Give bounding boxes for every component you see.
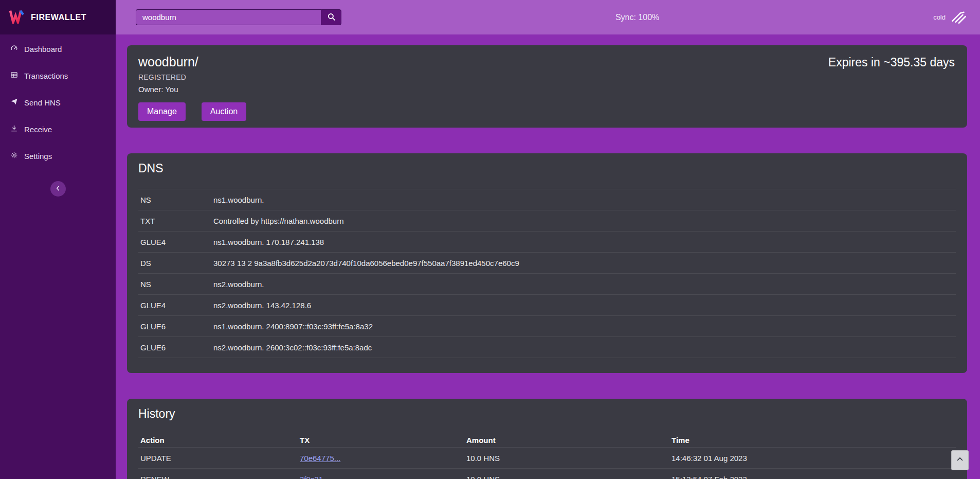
- sidebar-item-dashboard[interactable]: Dashboard: [0, 36, 116, 62]
- sidebar-item-receive[interactable]: Receive: [0, 116, 116, 143]
- dns-record-value: Controlled by https://nathan.woodburn: [211, 217, 956, 225]
- dns-record-value: ns1.woodburn. 170.187.241.138: [211, 238, 956, 246]
- dns-section-title: DNS: [138, 162, 956, 175]
- dns-record-value: 30273 13 2 9a3a8fb3d625d2a2073d740f10da6…: [211, 259, 956, 268]
- history-header-tx: TX: [298, 436, 464, 445]
- dns-record-value: ns1.woodburn.: [211, 196, 956, 204]
- sidebar-collapse-button[interactable]: [50, 181, 66, 197]
- receive-icon: [10, 125, 18, 134]
- domain-name: woodburn/: [138, 55, 246, 69]
- dns-record-type: NS: [138, 196, 211, 204]
- auction-button[interactable]: Auction: [202, 102, 246, 121]
- sync-status: Sync: 100%: [615, 13, 659, 22]
- search-button[interactable]: [321, 9, 341, 25]
- dns-record-type: GLUE6: [138, 343, 211, 352]
- sidebar-item-label: Settings: [24, 152, 52, 161]
- cold-wallet-icon: [950, 9, 968, 26]
- history-table-body: UPDATE 70e64775... 10.0 HNS 14:46:32 01 …: [138, 448, 956, 479]
- dns-record-value: ns2.woodburn.: [211, 280, 956, 289]
- domain-status: REGISTERED: [138, 73, 246, 81]
- search-input[interactable]: [136, 9, 321, 25]
- history-amount: 10.0 HNS: [464, 454, 669, 463]
- dns-record-value: ns1.woodburn. 2400:8907::f03c:93ff:fe5a:…: [211, 322, 956, 331]
- tx-link[interactable]: 3f9c21...: [300, 475, 330, 479]
- firewallet-logo-icon: [8, 9, 26, 26]
- gauge-icon: [10, 44, 18, 54]
- history-row: RENEW 3f9c21... 10.0 HNS 15:13:54 07 Feb…: [138, 469, 956, 479]
- dns-record-type: DS: [138, 259, 211, 268]
- sidebar: FIREWALLET Dashboard: [0, 0, 116, 479]
- history-header-row: Action TX Amount Time: [138, 433, 956, 448]
- sidebar-item-send-hns[interactable]: Send HNS: [0, 89, 116, 116]
- history-time: 14:46:32 01 Aug 2023: [669, 454, 956, 463]
- tx-link[interactable]: 70e64775...: [300, 454, 340, 463]
- sidebar-item-label: Transactions: [24, 72, 68, 80]
- dns-record-row: NS ns2.woodburn.: [138, 274, 956, 295]
- domain-actions: Manage Auction: [138, 102, 246, 121]
- history-header-amount: Amount: [464, 436, 669, 445]
- brand-logo: FIREWALLET: [0, 0, 116, 34]
- dns-record-row: GLUE6 ns1.woodburn. 2400:8907::f03c:93ff…: [138, 316, 956, 337]
- send-icon: [10, 98, 18, 107]
- history-amount: 10.0 HNS: [464, 475, 669, 479]
- history-section-title: History: [138, 407, 956, 421]
- sidebar-item-settings[interactable]: Settings: [0, 143, 116, 169]
- content-area: Sync: 100% cold woodburn/ REGI: [116, 0, 980, 479]
- dns-record-value: ns2.woodburn. 2600:3c02::f03c:93ff:fe5a:…: [211, 343, 956, 352]
- history-header-time: Time: [669, 436, 956, 445]
- sidebar-item-label: Send HNS: [24, 98, 61, 107]
- history-time: 15:13:54 07 Feb 2023: [669, 475, 956, 479]
- sidebar-item-label: Receive: [24, 125, 52, 134]
- dns-record-row: TXT Controlled by https://nathan.woodbur…: [138, 210, 956, 232]
- manage-button[interactable]: Manage: [138, 102, 186, 121]
- scroll-to-top-button[interactable]: [951, 450, 969, 470]
- dns-record-row: GLUE4 ns2.woodburn. 143.42.128.6: [138, 295, 956, 316]
- dns-record-type: NS: [138, 280, 211, 289]
- table-icon: [10, 71, 18, 80]
- history-action: RENEW: [138, 475, 298, 479]
- search-icon: [327, 12, 336, 23]
- dns-table: NS ns1.woodburn. TXT Controlled by https…: [138, 189, 956, 358]
- chevron-left-icon: [55, 185, 62, 193]
- dns-record-type: TXT: [138, 217, 211, 225]
- dns-record-type: GLUE4: [138, 301, 211, 310]
- app-window: FIREWALLET Dashboard: [0, 0, 980, 479]
- sidebar-nav: Dashboard Transactions Send HNS: [0, 34, 116, 169]
- domain-owner: Owner: You: [138, 85, 246, 94]
- sidebar-item-label: Dashboard: [24, 45, 62, 54]
- gear-icon: [10, 151, 18, 161]
- dns-record-value: ns2.woodburn. 143.42.128.6: [211, 301, 956, 310]
- brand-name: FIREWALLET: [31, 13, 86, 22]
- dns-record-row: NS ns1.woodburn.: [138, 189, 956, 210]
- chevron-up-icon: [955, 455, 965, 466]
- dns-record-type: GLUE6: [138, 322, 211, 331]
- search-group: [136, 9, 341, 25]
- wallet-mode-label: cold: [933, 13, 946, 21]
- history-action: UPDATE: [138, 454, 298, 463]
- history-card: History Action TX Amount Time UPDATE 70e…: [127, 399, 967, 479]
- domain-info: woodburn/ REGISTERED Owner: You Manage A…: [138, 55, 246, 121]
- dns-record-row: GLUE4 ns1.woodburn. 170.187.241.138: [138, 232, 956, 253]
- history-header-action: Action: [138, 436, 298, 445]
- domain-card: woodburn/ REGISTERED Owner: You Manage A…: [127, 45, 967, 128]
- dns-record-type: GLUE4: [138, 238, 211, 246]
- history-row: UPDATE 70e64775... 10.0 HNS 14:46:32 01 …: [138, 448, 956, 469]
- main-page: woodburn/ REGISTERED Owner: You Manage A…: [116, 34, 980, 479]
- wallet-selector[interactable]: cold: [933, 9, 968, 26]
- topbar: Sync: 100% cold: [116, 0, 980, 34]
- dns-card: DNS NS ns1.woodburn. TXT Controlled by h…: [127, 153, 967, 373]
- dns-record-row: GLUE6 ns2.woodburn. 2600:3c02::f03c:93ff…: [138, 337, 956, 358]
- domain-expiry: Expires in ~395.35 days: [828, 56, 955, 69]
- dns-record-row: DS 30273 13 2 9a3a8fb3d625d2a2073d740f10…: [138, 253, 956, 274]
- sidebar-item-transactions[interactable]: Transactions: [0, 62, 116, 89]
